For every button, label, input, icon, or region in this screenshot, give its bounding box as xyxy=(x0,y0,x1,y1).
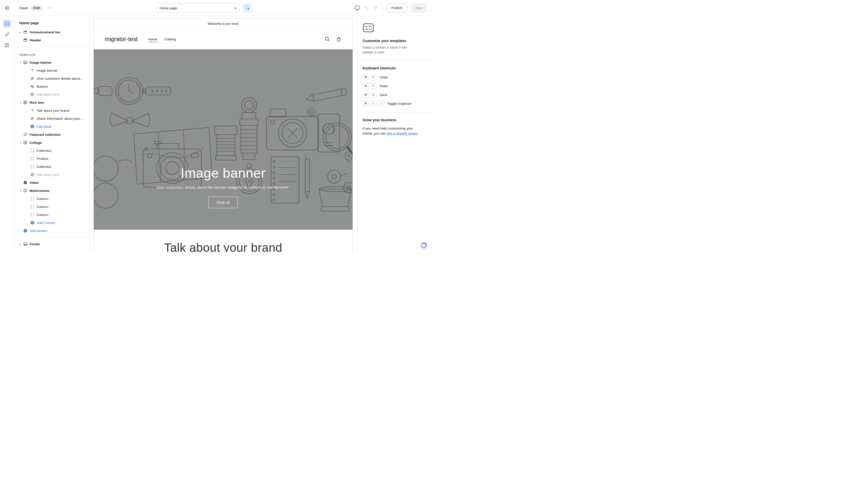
caret-right-icon[interactable]: ▸ xyxy=(20,31,23,34)
sidebar-block-rich-text-text[interactable]: Share information about your… xyxy=(14,114,89,123)
publish-button[interactable]: Publish xyxy=(387,3,407,13)
sidebar-block-column-1[interactable]: Column xyxy=(14,195,89,203)
caret-down-icon[interactable]: ▾ xyxy=(20,141,23,144)
store-logo[interactable]: migrator-test xyxy=(105,36,138,43)
banner-heading: Image banner xyxy=(181,165,266,181)
announcement-bar[interactable]: Welcome to our store xyxy=(94,19,353,29)
rail-theme-settings-button[interactable] xyxy=(3,30,11,39)
inspector-panel: Customize your templates Select a sectio… xyxy=(357,16,433,252)
footer-icon xyxy=(23,242,27,246)
sidebar-item-multicolumn[interactable]: ▾ Multicolumn xyxy=(14,187,89,195)
buttons-icon xyxy=(30,85,34,88)
sidebar-block-column-3[interactable]: Column xyxy=(14,211,89,219)
caret-right-icon[interactable]: ▸ xyxy=(20,243,23,246)
sidebar-block-buttons[interactable]: Buttons xyxy=(14,82,89,90)
preview-inspector-toggle[interactable] xyxy=(243,3,252,13)
nav-link-home[interactable]: Home xyxy=(148,37,157,41)
inspect-icon xyxy=(245,5,250,11)
cart-icon[interactable] xyxy=(336,36,342,42)
more-actions-button[interactable]: ⋯ xyxy=(46,5,53,11)
save-button[interactable]: Save xyxy=(411,3,427,13)
block-frame-icon xyxy=(30,165,34,169)
key-s: S xyxy=(370,92,376,98)
key-cmd: ⌘ xyxy=(363,92,369,98)
sidebar-item-video[interactable]: Video xyxy=(14,179,89,187)
image-banner-section[interactable]: Image banner Give customers details abou… xyxy=(94,49,353,230)
key-y: Y xyxy=(370,83,376,89)
sidebar-add-block-image-banner: Add block (3/3) xyxy=(14,90,89,99)
page-selector-value: Home page xyxy=(159,6,177,10)
redo-icon xyxy=(373,5,378,11)
grow-title: Grow your business xyxy=(363,118,428,122)
sidebar-item-image-banner[interactable]: ▾ Image banner xyxy=(14,58,89,66)
sidebar-block-image-banner-heading[interactable]: Image banner xyxy=(14,66,89,75)
store-header: migrator-test Home Catalog xyxy=(94,29,353,49)
shortcut-undo: ⌘ Z Undo xyxy=(363,74,428,80)
block-frame-icon xyxy=(30,197,34,201)
sidebar-item-collage[interactable]: ▾ Collage xyxy=(14,138,89,147)
sidebar-add-block-collage: Add block (3/3) xyxy=(14,171,89,179)
sidebar-block-image-banner-text[interactable]: Give customers details about… xyxy=(14,75,89,82)
sections-icon xyxy=(4,21,10,26)
plus-circle-icon xyxy=(30,221,34,225)
status-badge: Draft xyxy=(31,5,42,11)
template-group-label: TEMPLATE xyxy=(14,49,89,58)
sidebar-add-column[interactable]: Add Column xyxy=(14,219,89,227)
plus-circle-icon xyxy=(23,229,27,233)
key-cmd: ⌘ xyxy=(363,100,369,107)
paintbrush-icon xyxy=(4,32,10,37)
sidebar-divider xyxy=(14,237,89,237)
templates-icon xyxy=(363,23,374,33)
shop-all-button[interactable]: Shop all xyxy=(209,197,238,208)
caret-down-icon[interactable]: ▾ xyxy=(20,61,23,64)
shortcut-redo: ⌘ Y Redo xyxy=(363,83,428,89)
shortcut-toggle-inspector: ⌘ ⇧ I Toggle inspector xyxy=(363,100,428,107)
rich-text-icon xyxy=(23,100,27,104)
inspector-title: Customize your templates xyxy=(363,39,428,43)
apps-icon xyxy=(4,43,10,48)
shortcuts-title: Keyboard shortcuts xyxy=(363,66,428,70)
key-shift: ⇧ xyxy=(370,100,376,107)
chat-widget-button[interactable] xyxy=(421,242,427,248)
shortcut-save: ⌘ S Save xyxy=(363,92,428,98)
search-icon[interactable] xyxy=(324,36,330,42)
redo-button[interactable] xyxy=(371,3,380,12)
rich-text-section[interactable]: Talk about your brand xyxy=(94,230,353,252)
rail-sections-button[interactable] xyxy=(3,20,11,28)
sidebar-block-collage-collection-1[interactable]: Collection xyxy=(14,147,89,155)
exit-icon xyxy=(4,5,10,11)
sidebar-block-rich-text-heading[interactable]: Talk about your brand xyxy=(14,107,89,114)
desktop-icon xyxy=(355,5,360,11)
left-icon-rail xyxy=(0,16,14,252)
video-icon xyxy=(23,181,27,184)
sidebar-add-block-rich-text[interactable]: Add block xyxy=(14,123,89,131)
hire-expert-link[interactable]: hire a Shopify expert xyxy=(387,132,418,135)
theme-name: Dawn xyxy=(19,6,28,10)
caret-down-icon[interactable]: ▾ xyxy=(20,189,23,192)
sections-sidebar: Home page ▸ Announcement bar Header TEMP… xyxy=(14,16,89,252)
page-selector-dropdown[interactable]: Home page ▾ xyxy=(156,3,240,13)
store-nav: Home Catalog xyxy=(148,37,176,41)
exit-editor-button[interactable] xyxy=(0,0,14,16)
paragraph-icon xyxy=(30,76,34,80)
banner-content: Image banner Give customers details abou… xyxy=(94,49,353,230)
sidebar-block-column-2[interactable]: Column xyxy=(14,203,89,211)
undo-button[interactable] xyxy=(362,3,371,12)
caret-down-icon[interactable]: ▾ xyxy=(20,101,23,104)
sidebar-item-announcement-bar[interactable]: ▸ Announcement bar xyxy=(14,28,89,36)
sidebar-item-rich-text[interactable]: ▾ Rich text xyxy=(14,99,89,107)
storefront-preview: Welcome to our store migrator-test Home … xyxy=(93,19,353,252)
sidebar-block-collage-collection-2[interactable]: Collection xyxy=(14,163,89,171)
sidebar-block-collage-product[interactable]: Product xyxy=(14,155,89,163)
sidebar-item-featured-collection[interactable]: Featured collection xyxy=(14,131,89,138)
collage-icon xyxy=(23,141,27,145)
sidebar-item-header[interactable]: Header xyxy=(14,36,89,44)
sidebar-add-section[interactable]: Add section xyxy=(14,227,89,235)
sidebar-title: Home page xyxy=(14,19,89,28)
nav-link-catalog[interactable]: Catalog xyxy=(164,37,176,41)
sidebar-item-footer[interactable]: ▸ Footer xyxy=(14,240,89,248)
block-frame-icon xyxy=(30,148,34,153)
theme-preview-area: Welcome to our store migrator-test Home … xyxy=(89,16,357,252)
rail-app-embeds-button[interactable] xyxy=(3,41,11,49)
device-preview-button[interactable] xyxy=(353,3,362,12)
